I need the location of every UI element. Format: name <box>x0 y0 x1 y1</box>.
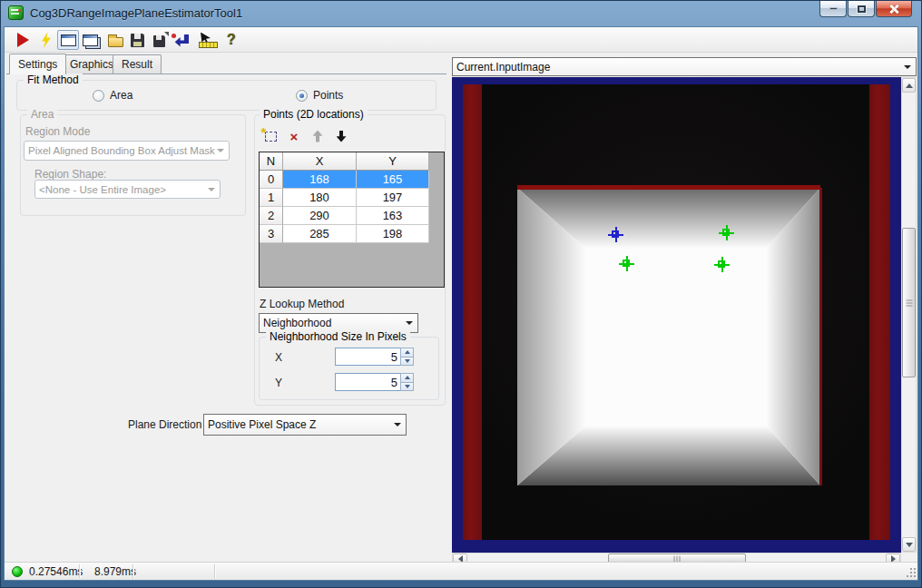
cell-x: 168 <box>283 171 357 189</box>
tool-window: Cog3DRangeImagePlaneEstimatorTool1 ? Set… <box>0 0 922 588</box>
image-red-band-right <box>869 84 890 540</box>
table-row[interactable]: 0 168 165 <box>260 171 444 189</box>
radio-area[interactable]: Area <box>93 89 132 102</box>
image-red-band-left <box>463 84 482 540</box>
column-header-filler <box>429 152 444 171</box>
chevron-down-icon <box>217 149 224 152</box>
spin-up-button[interactable] <box>401 348 413 357</box>
tab-result[interactable]: Result <box>113 54 162 74</box>
table-row[interactable]: 1 180 197 <box>260 189 444 207</box>
neighborhood-y-stepper[interactable]: 5 <box>335 373 414 391</box>
image-viewer[interactable] <box>452 77 901 553</box>
pointer-ruler-button[interactable] <box>197 30 219 50</box>
vertical-scrollbar[interactable] <box>901 77 917 553</box>
point-marker[interactable] <box>619 256 634 271</box>
table-row[interactable]: 3 285 198 <box>260 225 444 243</box>
toolbar: ? <box>5 27 917 53</box>
delete-point-button[interactable]: × <box>282 126 306 146</box>
cell-x: 180 <box>283 189 357 207</box>
region-mode-label: Region Mode <box>25 125 90 138</box>
vertical-scroll-thumb[interactable] <box>902 228 916 377</box>
points-group-label: Points (2D locations) <box>260 108 368 121</box>
pointer-ruler-icon <box>199 33 217 48</box>
neighborhood-x-value[interactable]: 5 <box>335 348 400 366</box>
column-header-y[interactable]: Y <box>357 152 429 171</box>
marker-square-icon <box>612 230 619 238</box>
electric-run-button[interactable] <box>35 30 57 50</box>
main-area: Settings Graphics Result Fit Method Area… <box>5 54 917 562</box>
image-display-panel: Current.InputImage <box>448 54 917 562</box>
column-header-n[interactable]: N <box>260 152 283 171</box>
point-marker[interactable] <box>608 227 623 242</box>
open-folder-icon <box>108 37 123 47</box>
plane-direction-combo[interactable]: Positive Pixel Space Z <box>203 414 407 436</box>
add-point-button[interactable] <box>259 126 282 146</box>
settings-panel: Settings Graphics Result Fit Method Area… <box>5 54 448 562</box>
region-mode-value: Pixel Aligned Bounding Box Adjust Mask <box>28 145 215 156</box>
marker-square-icon <box>718 260 725 268</box>
radio-points[interactable]: Points <box>296 89 343 102</box>
float-image-button[interactable] <box>79 30 101 50</box>
z-lookup-value: Neighborhood <box>263 317 331 329</box>
maximize-button[interactable] <box>848 1 875 17</box>
spin-up-button[interactable] <box>401 374 413 382</box>
range-frustum <box>517 188 820 485</box>
table-header: N X Y <box>260 152 444 171</box>
point-marker[interactable] <box>719 225 734 240</box>
resize-grip[interactable] <box>910 568 912 570</box>
chevron-down-icon <box>208 188 215 191</box>
show-image-toggle-button[interactable] <box>57 30 79 50</box>
cell-y: 163 <box>357 207 429 225</box>
spin-buttons <box>400 348 414 366</box>
tab-settings[interactable]: Settings <box>9 54 66 74</box>
scroll-up-button[interactable] <box>902 78 916 93</box>
save-as-icon <box>153 35 165 47</box>
radio-circle-icon <box>93 90 104 102</box>
region-mode-combo[interactable]: Pixel Aligned Bounding Box Adjust Mask <box>24 141 230 161</box>
region-shape-combo[interactable]: <None - Use Entire Image> <box>34 180 221 199</box>
cell-y: 165 <box>357 171 429 189</box>
minimize-button[interactable] <box>819 1 847 17</box>
move-point-down-button[interactable] <box>329 126 353 146</box>
app-body: ? Settings Graphics Result Fit Method Ar… <box>4 26 918 581</box>
neighborhood-x-label: X <box>275 351 282 364</box>
spin-down-button[interactable] <box>401 382 413 391</box>
fit-method-label: Fit Method <box>24 74 83 86</box>
run-button[interactable] <box>12 30 34 50</box>
grip-icon <box>906 302 912 303</box>
save-as-button[interactable] <box>148 30 170 50</box>
cell-n: 0 <box>260 171 283 189</box>
plane-direction-value: Positive Pixel Space Z <box>208 418 316 431</box>
neighborhood-x-stepper[interactable]: 5 <box>335 348 414 366</box>
arrow-down-icon <box>405 385 410 388</box>
marker-square-icon <box>722 229 730 236</box>
z-lookup-label: Z Lookup Method <box>260 298 344 310</box>
cell-y: 198 <box>357 225 429 243</box>
close-button[interactable] <box>876 1 912 17</box>
open-button[interactable] <box>104 30 126 50</box>
column-header-x[interactable]: X <box>283 152 357 171</box>
image-source-combo[interactable]: Current.InputImage <box>452 57 917 76</box>
window-controls <box>819 1 912 17</box>
scroll-down-button[interactable] <box>902 537 916 552</box>
help-button[interactable]: ? <box>221 30 242 50</box>
import-button[interactable] <box>170 30 191 50</box>
arrow-down-icon <box>906 543 913 547</box>
titlebar[interactable]: Cog3DRangeImagePlaneEstimatorTool1 <box>1 1 921 26</box>
radio-circle-icon <box>296 90 308 102</box>
radio-points-label: Points <box>313 89 343 102</box>
area-group-label: Area <box>27 108 57 121</box>
cell-x: 290 <box>283 207 357 225</box>
save-button[interactable] <box>126 30 148 50</box>
window-title: Cog3DRangeImagePlaneEstimatorTool1 <box>30 6 242 20</box>
total-time: 8.979ms <box>94 565 136 578</box>
float-window-icon <box>83 34 98 46</box>
neighborhood-group-label: Neighborhood Size In Pixels <box>266 330 410 343</box>
move-point-up-button[interactable] <box>306 126 329 146</box>
range-image[interactable] <box>463 84 890 540</box>
neighborhood-y-value[interactable]: 5 <box>335 373 400 391</box>
spin-down-button[interactable] <box>401 357 413 366</box>
table-row[interactable]: 2 290 163 <box>260 207 444 225</box>
point-marker[interactable] <box>714 257 730 272</box>
plane-direction-label: Plane Direction <box>128 418 201 431</box>
